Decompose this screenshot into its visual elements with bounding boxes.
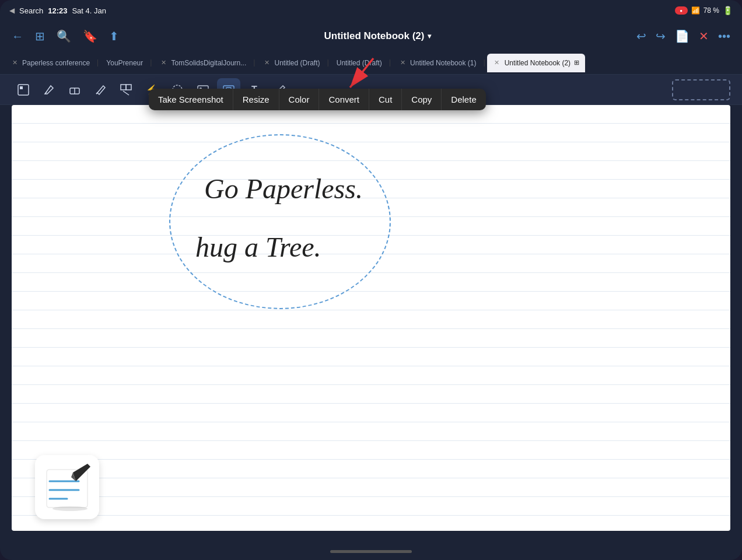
- title-bar: ← ⊞ 🔍 🔖 ⬆ Untitled Notebook (2) ▾ ↩ ↪ 📄 …: [0, 21, 742, 51]
- color-button[interactable]: Color: [279, 89, 320, 110]
- status-time: 12:23: [48, 6, 67, 15]
- svg-text:Go Paperless.: Go Paperless.: [204, 173, 363, 204]
- tab-label: YouPreneur: [106, 59, 143, 67]
- tab-close-icon[interactable]: ✕: [10, 59, 19, 67]
- tab-untitled-draft1[interactable]: ✕ Untitled (Draft): [257, 54, 326, 72]
- tab-label: Untitled Notebook (2): [505, 59, 570, 67]
- tab-label: Untitled (Draft): [275, 59, 320, 67]
- bookmark-button[interactable]: 🔖: [83, 29, 97, 43]
- save-button[interactable]: 📄: [675, 29, 690, 43]
- copy-button[interactable]: Copy: [402, 89, 442, 110]
- redo-button[interactable]: ↪: [656, 29, 666, 43]
- tab-close-icon[interactable]: ✕: [160, 59, 168, 67]
- app-icon: [35, 455, 99, 519]
- chevron-down-icon[interactable]: ▾: [428, 32, 431, 40]
- cut-button[interactable]: Cut: [369, 89, 402, 110]
- tab-label: TomSolidsDigitalJourn...: [172, 59, 247, 67]
- tab-label: Paperless conference: [22, 59, 90, 67]
- back-button[interactable]: ←: [12, 30, 23, 43]
- recording-indicator: [675, 6, 688, 15]
- delete-button[interactable]: Delete: [442, 89, 485, 110]
- tab-untitled-draft2[interactable]: Untitled (Draft): [331, 54, 388, 72]
- tab-untitled-nb2[interactable]: ✕ Untitled Notebook (2) ⊞: [487, 54, 585, 72]
- battery-label: 78 %: [704, 6, 719, 15]
- highlighter-tool-button[interactable]: [89, 78, 112, 102]
- status-bar: ◀ Search 12:23 Sat 4. Jan 📶 78 % 🔋: [0, 0, 742, 21]
- pen-tool-button[interactable]: [37, 78, 61, 102]
- tab-youpreneur[interactable]: YouPreneur: [100, 54, 149, 72]
- handwriting-svg: Go Paperless. hug a Tree.: [169, 140, 432, 327]
- grid-view-button[interactable]: ⊞: [35, 29, 45, 43]
- tab-untitled-nb1[interactable]: ✕ Untitled Notebook (1): [393, 54, 482, 72]
- undo-button[interactable]: ↩: [636, 29, 646, 43]
- share-button[interactable]: ⬆: [109, 29, 119, 43]
- notebook-title: Untitled Notebook (2): [324, 30, 425, 42]
- resize-button[interactable]: Resize: [233, 89, 279, 110]
- selection-placeholder: [672, 79, 730, 100]
- selection-tool-button[interactable]: [12, 78, 35, 102]
- tab-label: Untitled (Draft): [337, 59, 382, 67]
- split-view-icon: ⊞: [574, 59, 579, 66]
- svg-rect-0: [18, 85, 29, 95]
- svg-text:hug a Tree.: hug a Tree.: [195, 232, 321, 262]
- home-indicator: [0, 542, 742, 560]
- svg-point-16: [52, 506, 88, 511]
- notebook-page[interactable]: Go Paperless. hug a Tree.: [12, 105, 730, 531]
- battery-icon: 🔋: [723, 6, 733, 15]
- close-button[interactable]: ✕: [699, 29, 709, 43]
- take-screenshot-button[interactable]: Take Screenshot: [149, 89, 233, 110]
- home-bar: [330, 550, 412, 553]
- eraser-tool-button[interactable]: [63, 78, 86, 102]
- shapes-tool-button[interactable]: [114, 78, 138, 102]
- search-button[interactable]: 🔍: [57, 29, 71, 43]
- tab-close-icon[interactable]: ✕: [263, 59, 271, 67]
- svg-rect-3: [121, 85, 126, 90]
- more-button[interactable]: •••: [718, 30, 730, 43]
- svg-rect-4: [126, 85, 131, 90]
- tab-label: Untitled Notebook (1): [410, 59, 476, 67]
- convert-button[interactable]: Convert: [319, 89, 369, 110]
- tabs-bar: ✕ Paperless conference │ YouPreneur │ ✕ …: [0, 51, 742, 75]
- status-date: Sat 4. Jan: [72, 6, 106, 15]
- tab-paperless[interactable]: ✕ Paperless conference: [5, 54, 96, 72]
- tab-close-icon[interactable]: ✕: [493, 59, 501, 67]
- wifi-icon: 📶: [691, 6, 700, 15]
- main-content: Go Paperless. hug a Tree.: [0, 105, 742, 542]
- tab-close-icon[interactable]: ✕: [398, 59, 407, 67]
- tab-tomsolids[interactable]: ✕ TomSolidsDigitalJourn...: [154, 54, 253, 72]
- back-arrow-icon: ◀: [9, 6, 15, 15]
- svg-rect-1: [20, 86, 23, 89]
- context-menu: Take Screenshot Resize Color Convert Cut…: [149, 89, 486, 110]
- search-label: Search: [19, 6, 43, 15]
